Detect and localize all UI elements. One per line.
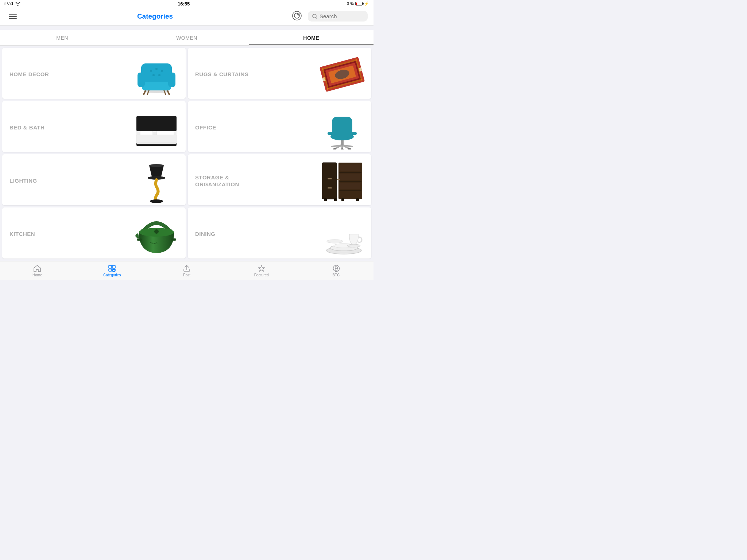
category-image-office — [317, 106, 368, 149]
category-label-home-decor: HOME DECOR — [9, 71, 49, 78]
category-image-bed-bath — [131, 106, 182, 149]
category-image-lighting — [131, 159, 182, 203]
device-label: iPad — [4, 1, 13, 6]
post-tab-label: Post — [183, 273, 190, 277]
dining-icon — [317, 212, 368, 256]
bottom-tab-btc[interactable]: BTC — [299, 261, 374, 280]
category-card-storage[interactable]: STORAGE & ORGANIZATION — [188, 154, 371, 205]
category-image-home-decor — [131, 52, 182, 96]
office-chair-icon — [317, 106, 368, 149]
svg-point-92 — [333, 265, 339, 271]
category-image-kitchen: Staub — [131, 212, 182, 256]
status-left: iPad — [4, 1, 20, 6]
search-input[interactable] — [320, 13, 363, 19]
svg-rect-58 — [339, 172, 361, 173]
search-icon — [312, 14, 317, 19]
featured-tab-label: Featured — [254, 273, 269, 277]
category-tabs: MEN WOMEN HOME — [0, 30, 374, 46]
category-image-rugs-curtains — [317, 52, 368, 96]
svg-point-16 — [155, 68, 158, 70]
svg-rect-75 — [171, 238, 176, 241]
bottom-tab-featured[interactable]: Featured — [224, 261, 299, 280]
nav-right-actions — [290, 9, 368, 24]
battery-percent: 3 % — [347, 1, 354, 6]
tab-women[interactable]: WOMEN — [124, 30, 249, 45]
home-tab-label: Home — [32, 273, 42, 277]
notifications-button[interactable] — [290, 9, 303, 24]
svg-point-54 — [150, 199, 163, 203]
svg-point-17 — [161, 70, 163, 72]
battery-icon — [355, 2, 363, 5]
category-label-kitchen: KITCHEN — [9, 230, 35, 238]
svg-point-19 — [158, 74, 160, 76]
bottom-tab-home[interactable]: Home — [0, 261, 75, 280]
category-label-rugs-curtains: RUGS & CURTAINS — [195, 71, 248, 78]
category-label-lighting: LIGHTING — [9, 177, 37, 184]
svg-point-52 — [149, 164, 164, 167]
svg-rect-55 — [322, 163, 337, 199]
svg-rect-68 — [340, 174, 360, 180]
cabinet-icon — [317, 159, 368, 203]
featured-tab-icon — [258, 265, 266, 272]
btc-tab-label: BTC — [333, 273, 340, 277]
bed-icon — [131, 106, 182, 149]
svg-rect-37 — [136, 116, 177, 131]
search-box[interactable] — [308, 11, 368, 22]
svg-text:Staub: Staub — [150, 241, 158, 245]
category-image-storage — [317, 159, 368, 203]
hamburger-button[interactable] — [6, 11, 20, 22]
svg-rect-60 — [339, 190, 361, 191]
category-card-lighting[interactable]: LIGHTING — [2, 154, 186, 205]
svg-point-46 — [341, 148, 344, 149]
svg-rect-63 — [324, 198, 327, 201]
svg-point-74 — [154, 229, 159, 234]
category-label-bed-bath: BED & BATH — [9, 124, 44, 131]
bottom-tab-bar: Home Categories Post Featured — [0, 261, 374, 280]
svg-rect-59 — [339, 181, 361, 182]
btc-tab-icon — [332, 265, 340, 272]
category-label-storage: STORAGE & ORGANIZATION — [195, 174, 253, 188]
category-card-office[interactable]: OFFICE — [188, 101, 371, 152]
status-bar: iPad 16:55 3 % ⚡ — [0, 0, 374, 7]
bottom-tab-post[interactable]: Post — [150, 261, 224, 280]
categories-tab-icon — [108, 265, 116, 272]
categories-grid: HOME DECOR — [0, 46, 374, 260]
svg-rect-51 — [351, 132, 357, 135]
svg-rect-69 — [340, 183, 360, 189]
svg-rect-49 — [332, 117, 352, 138]
svg-rect-13 — [138, 73, 145, 87]
category-label-office: OFFICE — [195, 124, 216, 131]
svg-rect-65 — [341, 198, 344, 201]
svg-rect-12 — [141, 63, 172, 82]
svg-point-0 — [293, 11, 301, 20]
notifications-icon — [292, 11, 302, 21]
status-time: 16:55 — [178, 1, 190, 7]
categories-tab-label: Categories — [103, 273, 121, 277]
category-card-home-decor[interactable]: HOME DECOR — [2, 48, 186, 99]
svg-rect-66 — [356, 198, 359, 201]
category-card-rugs-curtains[interactable]: RUGS & CURTAINS — [188, 48, 371, 99]
rug-icon — [317, 52, 368, 96]
lamp-icon — [131, 159, 182, 203]
svg-point-85 — [327, 240, 343, 243]
category-card-bed-bath[interactable]: BED & BATH — [2, 101, 186, 152]
category-card-kitchen[interactable]: KITCHEN — [2, 207, 186, 258]
svg-line-5 — [316, 18, 317, 19]
home-tab-icon — [33, 265, 41, 272]
svg-rect-50 — [328, 132, 333, 135]
pot-icon: Staub — [131, 212, 182, 256]
category-image-dining — [317, 212, 368, 256]
bottom-tab-categories[interactable]: Categories — [75, 261, 150, 280]
tab-men[interactable]: MEN — [0, 30, 124, 45]
svg-rect-38 — [136, 135, 177, 142]
svg-rect-62 — [328, 187, 332, 188]
category-card-dining[interactable]: DINING — [188, 207, 371, 258]
svg-rect-67 — [340, 164, 360, 171]
nav-header: Categories — [0, 7, 374, 26]
svg-rect-87 — [112, 265, 115, 268]
svg-rect-61 — [328, 178, 332, 179]
svg-rect-64 — [334, 198, 337, 201]
tab-home[interactable]: HOME — [249, 30, 374, 45]
wifi-icon — [15, 2, 20, 6]
svg-point-18 — [152, 74, 155, 76]
